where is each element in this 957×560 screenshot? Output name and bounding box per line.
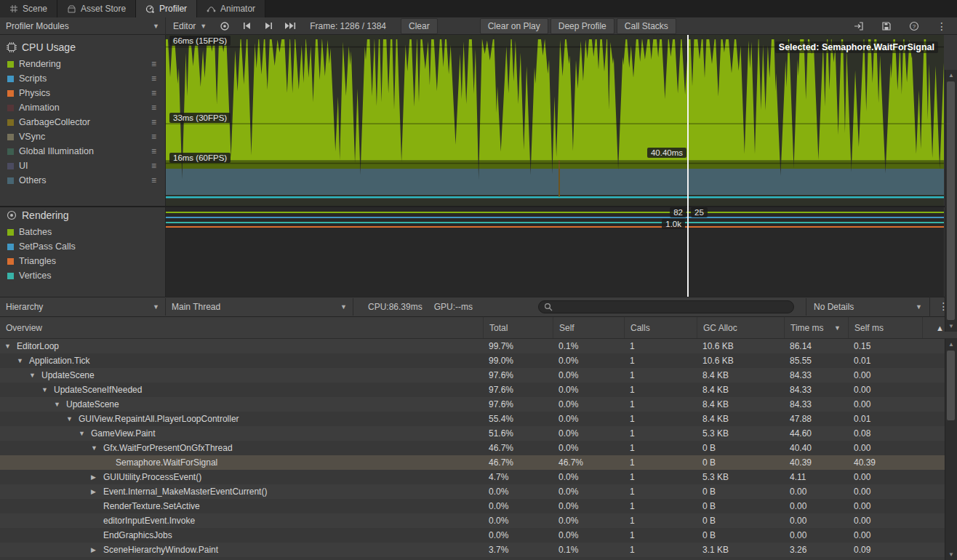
toolbar-right-icons: ? ⋮ [851,19,957,33]
previous-frame-button[interactable] [239,19,255,33]
tab-scene[interactable]: Scene [0,0,57,17]
hierarchy-row[interactable]: RenderTexture.SetActive0.0%0.0%10 B0.000… [0,499,957,513]
foldout-down-icon[interactable]: ▼ [66,415,79,423]
chart-canvas[interactable]: 66ms (15FPS) 33ms (30FPS) 16ms (60FPS) S… [166,35,944,297]
drag-handle-icon[interactable]: ≡ [151,147,156,156]
hierarchy-row[interactable]: ▶Event.Internal_MakeMasterEventCurrent()… [0,484,957,499]
profiler-modules-dropdown[interactable]: Profiler Modules ▼ [0,17,166,35]
drag-handle-icon[interactable]: ≡ [151,118,156,127]
foldout-right-icon[interactable]: ▶ [91,546,103,553]
foldout-right-icon[interactable]: ▶ [91,473,103,481]
column-self-ms[interactable]: Self ms [848,317,922,338]
foldout-down-icon[interactable]: ▼ [4,343,17,350]
legend-color-swatch [7,119,14,126]
column-time-ms[interactable]: Time ms▼ [784,317,848,338]
cell-self_ms: 0.00 [848,385,922,395]
tab-profiler[interactable]: Profiler [136,0,197,17]
scrollbar-thumb[interactable] [947,351,955,420]
clear-button[interactable]: Clear [401,18,438,34]
drag-handle-icon[interactable]: ≡ [151,89,156,97]
hierarchy-row[interactable]: Semaphore.WaitForSignal46.7%46.7%10 B40.… [0,455,957,470]
foldout-down-icon[interactable]: ▼ [17,357,29,364]
tab-asset-store[interactable]: Asset Store [57,0,136,17]
hierarchy-row[interactable]: ▼EditorLoop99.7%0.1%110.6 KB86.140.15 [0,339,957,353]
hierarchy-row[interactable]: ▼Gfx.WaitForPresentOnGfxThread46.7%0.0%1… [0,441,957,455]
details-dropdown[interactable]: No Details ▼ [806,298,929,316]
foldout-right-icon[interactable]: ▶ [91,488,103,495]
legend-item-others[interactable]: Others≡ [0,173,165,188]
clear-on-play-toggle[interactable]: Clear on Play [480,18,548,34]
hierarchy-row[interactable]: ▶GUIUtility.ProcessEvent()4.7%0.0%15.3 K… [0,470,957,484]
scroll-down-icon[interactable]: ▼ [945,551,957,558]
hierarchy-row[interactable]: EndGraphicsJobs0.0%0.0%10 B0.000.00 [0,528,957,543]
hierarchy-row[interactable]: ▼UpdateScene97.6%0.0%18.4 KB84.330.00 [0,368,957,383]
legend-item-ui[interactable]: UI≡ [0,159,165,173]
load-profile-button[interactable] [851,19,867,33]
chart-area: CPU Usage Rendering≡Scripts≡Physics≡Anim… [0,35,957,297]
column-total[interactable]: Total [483,317,553,338]
hierarchy-row[interactable]: ▼Application.Tick99.0%0.0%110.6 KB85.550… [0,353,957,368]
drag-handle-icon[interactable]: ≡ [151,74,156,83]
column-overview[interactable]: Overview [0,317,483,338]
legend-color-swatch [7,105,14,111]
hierarchy-row[interactable]: ▼GUIView.RepaintAll.PlayerLoopController… [0,412,957,426]
hierarchy-row[interactable]: ▼GameView.Paint51.6%0.0%15.3 KB44.600.08 [0,426,957,441]
hierarchy-row[interactable]: ▶SceneHierarchyWindow.Paint3.7%0.1%13.1 … [0,543,957,557]
drag-handle-icon[interactable]: ≡ [151,176,156,185]
column-self[interactable]: Self [553,317,624,338]
record-button[interactable] [217,19,233,33]
hierarchy-row[interactable]: editorInputEvent.Invoke0.0%0.0%10 B0.000… [0,513,957,528]
cpu-usage-chart[interactable] [166,35,944,206]
legend-item-vertices[interactable]: Vertices [0,268,165,283]
legend-item-batches[interactable]: Batches [0,225,165,239]
legend-item-scripts[interactable]: Scripts≡ [0,71,165,86]
current-frame-icon [284,22,297,30]
drag-handle-icon[interactable]: ≡ [151,161,156,170]
deep-profile-toggle[interactable]: Deep Profile [550,18,614,34]
scroll-down-icon[interactable]: ▼ [945,323,957,329]
tab-animator[interactable]: Animator [197,0,265,17]
search-field[interactable] [538,300,794,313]
thread-dropdown[interactable]: Main Thread ▼ [166,298,353,316]
legend-item-setpass-calls[interactable]: SetPass Calls [0,239,165,254]
cell-self: 0.0% [553,399,624,409]
cpu-usage-header[interactable]: CPU Usage [0,35,165,57]
context-menu-button[interactable]: ⋮ [934,19,950,33]
legend-item-garbagecollector[interactable]: GarbageCollector≡ [0,115,165,129]
cell-gc: 0 B [697,457,784,468]
scrollbar-thumb[interactable] [947,81,955,320]
scroll-up-icon[interactable]: ▲ [945,72,957,79]
legend-item-physics[interactable]: Physics≡ [0,86,165,100]
scroll-up-icon[interactable]: ▲ [945,341,957,348]
current-frame-button[interactable] [282,19,298,33]
legend-item-animation[interactable]: Animation≡ [0,100,165,115]
drag-handle-icon[interactable]: ≡ [151,103,156,112]
target-selection-dropdown[interactable]: Editor ▼ [166,17,214,35]
column-calls[interactable]: Calls [624,317,697,338]
foldout-down-icon[interactable]: ▼ [29,372,41,379]
drag-handle-icon[interactable]: ≡ [151,60,156,68]
foldout-down-icon[interactable]: ▼ [79,430,91,437]
legend-item-rendering[interactable]: Rendering≡ [0,57,165,71]
rendering-header[interactable]: Rendering [0,207,165,225]
column-gc-alloc[interactable]: GC Alloc [697,317,784,338]
dropdown-label: Hierarchy [6,302,43,312]
drag-handle-icon[interactable]: ≡ [151,132,156,141]
legend-item-triangles[interactable]: Triangles [0,254,165,268]
save-profile-button[interactable] [878,19,894,33]
hierarchy-row[interactable]: ▼UpdateSceneIfNeeded97.6%0.0%18.4 KB84.3… [0,383,957,397]
foldout-down-icon[interactable]: ▼ [91,444,103,452]
next-frame-button[interactable] [260,19,276,33]
call-stacks-toggle[interactable]: Call Stacks [617,18,676,34]
legend-item-vsync[interactable]: VSync≡ [0,129,165,144]
view-mode-dropdown[interactable]: Hierarchy ▼ [0,298,166,316]
legend-item-global-illumination[interactable]: Global Illumination≡ [0,144,165,159]
chart-scrollbar[interactable]: ▲ ▼ [945,70,957,332]
selected-frame-line[interactable] [687,35,689,297]
foldout-down-icon[interactable]: ▼ [41,386,54,393]
help-button[interactable]: ? [906,19,922,33]
hierarchy-row[interactable]: ▼UpdateScene97.6%0.0%18.4 KB84.330.00 [0,397,957,412]
foldout-down-icon[interactable]: ▼ [54,401,66,408]
table-scrollbar[interactable]: ▲ ▼ [945,339,957,560]
search-input[interactable] [556,302,788,312]
